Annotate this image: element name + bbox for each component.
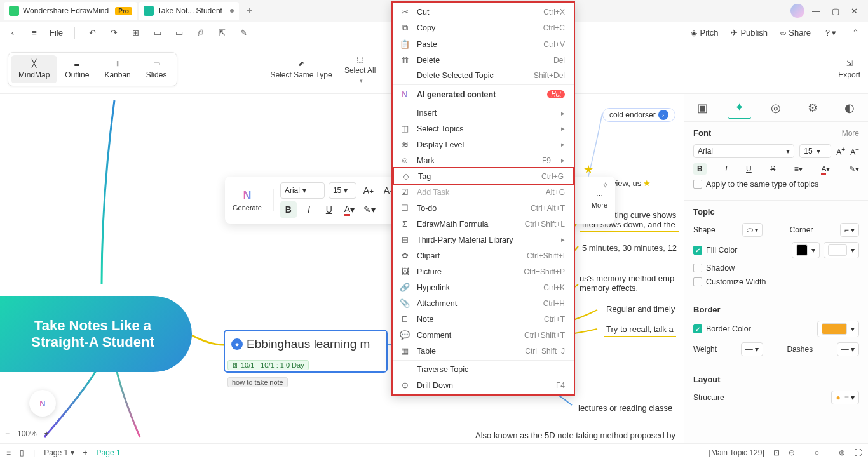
edit-icon[interactable]: ✎ — [238, 27, 250, 39]
highlight-button[interactable]: ✎▾ — [849, 164, 859, 173]
ctx-delete[interactable]: 🗑DeleteDel — [393, 52, 574, 68]
ctx-copy[interactable]: ⧉CopyCtrl+C — [393, 20, 574, 36]
font-color-button[interactable]: A▾ — [341, 201, 358, 218]
user-avatar[interactable] — [790, 4, 804, 18]
italic-button[interactable]: I — [725, 164, 727, 173]
new-tab-button[interactable]: + — [240, 5, 259, 17]
dashes-select[interactable]: — ▾ — [837, 342, 859, 356]
bold-button[interactable]: B — [280, 201, 297, 218]
weight-select[interactable]: — ▾ — [741, 342, 763, 356]
date-tag[interactable]: 🗓 10/1 - 10/1 : 1.0 Day — [227, 360, 309, 370]
corner-select[interactable]: ⌐ ▾ — [840, 223, 859, 237]
export-icon[interactable]: ⇱ — [216, 27, 229, 39]
select-all-button[interactable]: ⬚Select All — [337, 55, 383, 84]
fullscreen-button[interactable]: ⛶ — [854, 448, 862, 457]
bold-button[interactable]: B — [693, 163, 707, 175]
highlight-button[interactable]: ✎▾ — [362, 201, 378, 218]
publish-button[interactable]: ✈ Publish — [731, 28, 768, 37]
export-button[interactable]: ⇲Export — [838, 59, 860, 79]
zoom-in-button[interactable]: ⊕ — [839, 448, 845, 457]
add-button[interactable]: ⊞ — [130, 27, 142, 39]
ctx-add-task[interactable]: ☑Add TaskAlt+G — [393, 184, 574, 200]
align-button[interactable]: ≡▾ — [794, 164, 803, 173]
panel-tab-style[interactable]: ✦ — [728, 97, 751, 119]
panel-tab-location[interactable]: ◎ — [764, 97, 787, 119]
zoom-in-button[interactable]: + — [44, 429, 49, 438]
active-page-label[interactable]: Page 1 — [97, 448, 121, 457]
canvas[interactable]: Take Notes Like a Straight-A Student ●Eb… — [0, 94, 684, 443]
ai-fab-button[interactable]: N — [29, 390, 56, 417]
ctx-display-level[interactable]: ≋Display Level▸ — [393, 137, 574, 152]
fit-button[interactable]: ⊡ — [773, 448, 780, 457]
ctx-note[interactable]: 🗒NoteCtrl+T — [393, 311, 574, 327]
share-button[interactable]: ∞ Share — [780, 28, 811, 37]
panel-tab-history[interactable]: ◐ — [838, 97, 861, 119]
ctx-delete-selected[interactable]: Delete Selected TopicShift+Del — [393, 68, 574, 83]
ctx-mark[interactable]: ☺MarkF9▸ — [393, 152, 574, 168]
font-size-select[interactable]: 15▾ — [799, 144, 831, 158]
font-family-select[interactable]: Arial▾ — [280, 182, 325, 199]
ctx-insert[interactable]: Insert▸ — [393, 105, 574, 121]
ctx-table[interactable]: ▦TableCtrl+Shift+J — [393, 343, 574, 359]
open-button[interactable]: ▭ — [151, 27, 164, 39]
hamburger-icon[interactable]: ≡ — [28, 27, 41, 39]
ctx-select-topics[interactable]: ◫Select Topics▸ — [393, 121, 574, 137]
view-slides[interactable]: ▭Slides — [139, 55, 175, 83]
bubble-node[interactable]: cold endorser › — [602, 108, 675, 122]
status-panels-icon[interactable]: ▯ — [20, 448, 24, 457]
subtopic[interactable]: us's memory method emp memory effects. — [577, 272, 677, 295]
border-color-checkbox[interactable]: ✔Border Color ▾ — [693, 321, 859, 337]
font-increase-button[interactable]: A+ — [360, 182, 377, 199]
root-topic[interactable]: Take Notes Like a Straight-A Student — [0, 296, 192, 372]
font-color-button[interactable]: A▾ — [821, 164, 830, 173]
view-outline[interactable]: ≣Outline — [57, 55, 97, 83]
close-button[interactable]: ✕ — [851, 6, 858, 16]
file-menu[interactable]: File — [50, 28, 63, 37]
underline-button[interactable]: U — [321, 201, 337, 218]
app-tab[interactable]: Wondershare EdrawMind Pro — [4, 2, 137, 20]
zoom-out-button[interactable]: − — [5, 429, 10, 438]
zoom-slider[interactable]: ──○── — [804, 448, 830, 457]
fill-color-1[interactable]: ▾ — [792, 242, 820, 258]
zoom-out-button[interactable]: ⊖ — [789, 448, 795, 457]
subtopic[interactable]: lectures or reading classe — [576, 401, 675, 415]
ctx-cut[interactable]: ✂CutCtrl+X — [393, 4, 574, 20]
fill-color-checkbox[interactable]: ✔Fill Color ▾ ▾ — [693, 242, 859, 258]
structure-select[interactable]: ●≡ ▾ — [831, 391, 859, 404]
ctx-clipart[interactable]: ✿ClipartCtrl+Shift+I — [393, 248, 574, 264]
document-tab[interactable]: Take Not... Student — [139, 2, 239, 20]
undo-button[interactable]: ↶ — [86, 27, 99, 39]
pitch-button[interactable]: ◈ Pitch — [691, 28, 718, 37]
font-increase-button[interactable]: A+ — [836, 146, 845, 157]
ctx-traverse[interactable]: Traverse Topic — [393, 362, 574, 377]
view-mindmap[interactable]: ╳MindMap — [11, 55, 57, 83]
save-button[interactable]: ▭ — [173, 27, 186, 39]
ctx-paste[interactable]: 📋PasteCtrl+V — [393, 36, 574, 52]
shadow-checkbox[interactable]: Shadow — [693, 264, 859, 272]
ctx-ai-content[interactable]: NAI generated contentHot — [393, 86, 574, 102]
subtopic[interactable]: 5 minutes, 30 minutes, 12 — [580, 241, 679, 255]
redo-button[interactable]: ↷ — [108, 27, 121, 39]
shape-select[interactable]: ⬭ ▾ — [742, 223, 763, 237]
more-button[interactable]: ⋯More — [592, 192, 607, 209]
font-decrease-button[interactable]: A− — [850, 146, 859, 157]
pin-icon[interactable]: ✧ — [602, 180, 609, 190]
help-button[interactable]: ？▾ — [824, 27, 836, 39]
font-family-select[interactable]: Arial▾ — [693, 144, 794, 158]
ctx-todo[interactable]: ☐To-doCtrl+Alt+T — [393, 200, 574, 216]
font-size-select[interactable]: 15▾ — [329, 182, 356, 199]
underline-button[interactable]: U — [746, 164, 752, 173]
view-kanban[interactable]: ⫴Kanban — [97, 55, 138, 83]
add-page-button[interactable]: + — [83, 448, 88, 457]
ctx-comment[interactable]: 💬CommentCtrl+Shift+T — [393, 327, 574, 343]
subtopic[interactable]: Try to recall, talk a — [604, 323, 676, 337]
ctx-drill-down[interactable]: ⊙Drill DownF4 — [393, 377, 574, 393]
italic-button[interactable]: I — [301, 201, 317, 218]
ctx-hyperlink[interactable]: 🔗HyperlinkCtrl+K — [393, 279, 574, 295]
ctx-material-library[interactable]: ⊞Third-Party Material Library▸ — [393, 232, 574, 248]
minimize-button[interactable]: — — [812, 6, 820, 16]
panel-tab-settings[interactable]: ⚙ — [801, 97, 824, 119]
status-outline-icon[interactable]: ≡ — [6, 448, 11, 457]
fill-color-2[interactable]: ▾ — [824, 242, 859, 258]
back-button[interactable]: ‹ — [6, 27, 19, 39]
